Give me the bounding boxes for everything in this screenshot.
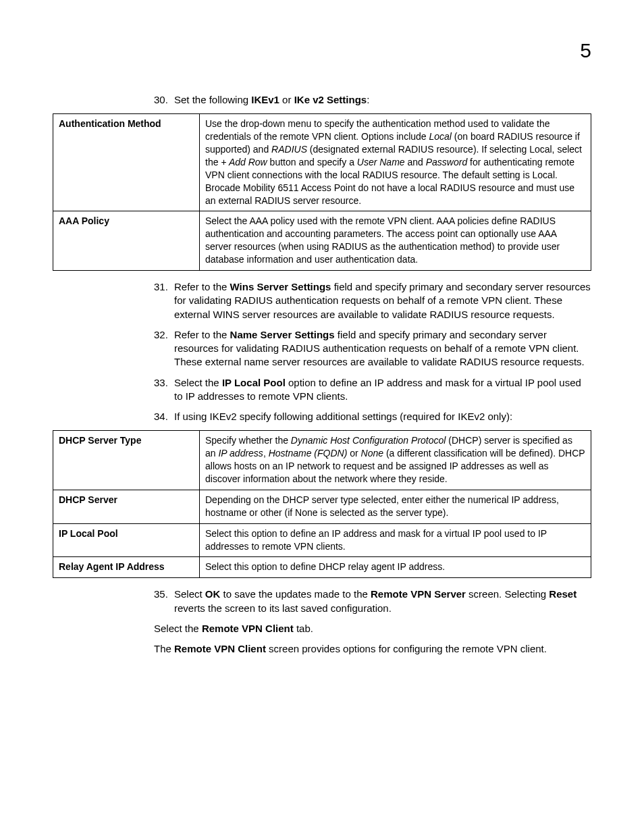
step-33: 33. Select the IP Local Pool option to d… [154,376,591,404]
text-italic: Password [426,157,467,167]
step-34: 34. If using IKEv2 specify following add… [154,410,591,423]
table-row: DHCP Server Type Specify whether the Dyn… [53,431,591,490]
text-fragment: reverts the screen to its last saved con… [174,602,392,614]
text-bold: Name Server Settings [230,329,335,340]
text-fragment: and [405,157,426,167]
text-bold: Remote VPN Client [202,623,294,634]
text-bold: Remote VPN Server [371,588,466,600]
table-row: Authentication Method Use the drop-down … [53,114,591,211]
desc-cell: Select the AAA policy used with the remo… [200,211,591,271]
step-number: 32. [154,328,174,369]
ikev2-settings-table: DHCP Server Type Specify whether the Dyn… [53,430,591,578]
text-italic: Hostname (FQDN) [269,448,348,459]
step-text: Refer to the Name Server Settings field … [174,328,591,369]
text-fragment: Select the [174,377,222,388]
table-row: IP Local Pool Select this option to defi… [53,523,591,557]
desc-cell: Select this option to define an IP addre… [200,523,591,557]
text-fragment: or [279,94,294,105]
text-fragment: screen provides options for configuring … [266,643,547,654]
table-row: DHCP Server Depending on the DHCP server… [53,490,591,523]
step-number: 35. [154,588,174,615]
text-fragment: Specify whether the [205,435,291,446]
term-cell: Authentication Method [53,114,200,211]
step-number: 34. [154,410,174,423]
text-italic: RADIUS [271,144,307,155]
step-number: 33. [154,376,174,404]
step-text: Select OK to save the updates made to th… [174,588,591,615]
step-35: 35. Select OK to save the updates made t… [154,588,591,615]
term-cell: DHCP Server Type [53,431,200,490]
table-row: Relay Agent IP Address Select this optio… [53,557,591,578]
desc-cell: Specify whether the Dynamic Host Configu… [200,431,591,490]
desc-cell: Depending on the DHCP server type select… [200,490,591,523]
step-text: Refer to the Wins Server Settings field … [174,280,591,321]
step-text: Set the following IKEv1 or IKe v2 Settin… [174,93,591,107]
page-number: 5 [580,39,591,62]
text-fragment: The [154,643,174,654]
ike-settings-table: Authentication Method Use the drop-down … [53,113,591,271]
text-bold: IP Local Pool [222,377,286,388]
step-30: 30. Set the following IKEv1 or IKe v2 Se… [154,93,591,107]
text-bold: IKe v2 Settings [294,94,367,105]
paragraph: The Remote VPN Client screen provides op… [154,642,591,656]
paragraph: Select the Remote VPN Client tab. [154,622,591,635]
step-text: If using IKEv2 specify following additio… [174,410,591,423]
text-fragment: , [263,448,269,459]
text-fragment: Select [174,588,205,600]
text-fragment: or [347,448,360,459]
page: 5 30. Set the following IKEv1 or IKe v2 … [0,0,644,834]
term-cell: DHCP Server [53,490,200,523]
text-italic: Dynamic Host Configuration Protocol [291,435,446,446]
text-fragment: tab. [294,623,313,634]
text-bold: OK [205,588,221,600]
step-text: Select the IP Local Pool option to defin… [174,376,591,404]
text-fragment: screen. Selecting [466,588,549,600]
text-bold: Reset [549,588,576,600]
step-31: 31. Refer to the Wins Server Settings fi… [154,280,591,321]
text-italic: IP address [218,448,263,459]
text-fragment: Refer to the [174,329,230,340]
text-bold: IKEv1 [251,94,279,105]
text-fragment: Refer to the [174,281,230,292]
text-fragment: : [367,94,369,105]
text-italic: + Add Row [221,157,267,167]
text-fragment: Set the following [174,94,251,105]
term-cell: AAA Policy [53,211,200,271]
desc-cell: Select this option to define DHCP relay … [200,557,591,578]
text-fragment: button and specify a [267,157,357,167]
table-row: AAA Policy Select the AAA policy used wi… [53,211,591,271]
text-italic: None [361,448,383,459]
term-cell: Relay Agent IP Address [53,557,200,578]
step-number: 30. [154,93,174,107]
text-fragment: to save the updates made to the [220,588,371,600]
step-32: 32. Refer to the Name Server Settings fi… [154,328,591,369]
text-fragment: Select the [154,623,202,634]
text-italic: Local [429,131,452,142]
text-bold: Wins Server Settings [230,281,331,292]
text-italic: User Name [357,157,405,167]
term-cell: IP Local Pool [53,523,200,557]
text-bold: Remote VPN Client [174,643,266,654]
desc-cell: Use the drop-down menu to specify the au… [200,114,591,211]
step-number: 31. [154,280,174,321]
